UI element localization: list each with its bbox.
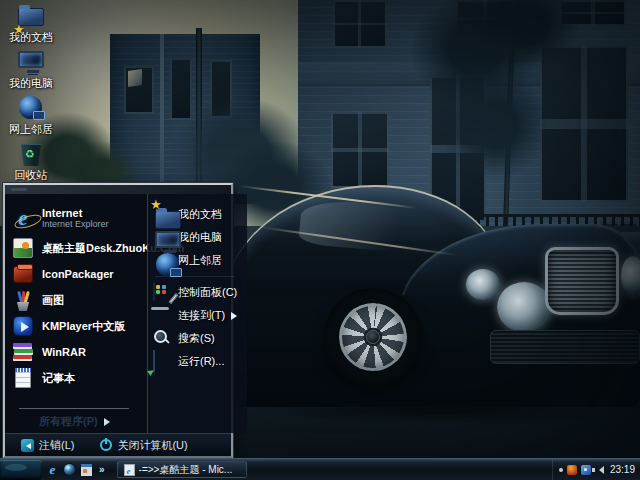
submenu-arrow-icon: [104, 418, 114, 426]
menu-item-title: 记事本: [42, 371, 75, 386]
desktop-icon-network-places[interactable]: 网上邻居: [2, 94, 60, 135]
desktop-icon-my-documents[interactable]: ★ 我的文档: [2, 2, 60, 43]
menu-item-iconpackager[interactable]: IconPackager: [11, 261, 147, 287]
menu-item-label: 控制面板(C): [178, 285, 237, 300]
menu-item-title: WinRAR: [42, 346, 86, 358]
menu-item-label: 搜索(S): [178, 331, 215, 346]
start-button[interactable]: [0, 460, 42, 480]
menu-item-label: 我的文档: [178, 207, 222, 222]
search-icon: [153, 329, 172, 348]
kmplayer-icon: [11, 314, 35, 338]
window-button-label: -=>>桌酷主题 - Mic...: [139, 463, 233, 477]
all-programs-label: 所有程序(P): [39, 414, 98, 429]
desktop-icon-label: 我的文档: [2, 31, 60, 43]
my-computer-icon: [153, 228, 172, 247]
menu-item-label: 我的电脑: [178, 230, 222, 245]
power-icon: [100, 439, 112, 451]
tray-blue-app-icon[interactable]: [581, 465, 591, 475]
internet-explorer-icon: e: [11, 206, 35, 230]
desktop-icon-my-computer[interactable]: 我的电脑: [2, 48, 60, 89]
turn-off-computer-button[interactable]: 关闭计算机(U): [100, 438, 187, 453]
separator: [19, 408, 129, 409]
quick-launch-bar: e »: [45, 462, 107, 478]
menu-item-title: Internet: [42, 207, 109, 219]
menu-item-control-panel[interactable]: 控制面板(C): [153, 281, 245, 304]
zhuoku-theme-icon: [11, 236, 35, 260]
start-menu-right-column: ★ 我的文档 我的电脑 网上邻居 控制面板(C): [147, 194, 247, 433]
menu-item-network-places[interactable]: 网上邻居: [153, 249, 245, 272]
submenu-arrow-icon: [231, 312, 241, 320]
start-menu-footer: 注销(L) 关闭计算机(U): [5, 433, 231, 456]
quick-launch-internet-explorer[interactable]: e: [45, 462, 60, 478]
desktop-icon-label: 我的电脑: [2, 77, 60, 89]
desktop-icon-recycle-bin[interactable]: 回收站: [2, 140, 60, 181]
quick-launch-show-desktop[interactable]: [79, 462, 94, 478]
clock[interactable]: 23:19: [610, 464, 635, 475]
log-off-button[interactable]: 注销(L): [21, 438, 74, 453]
start-menu: e Internet Internet Explorer 桌酷主题Desk.Zh…: [3, 183, 233, 458]
my-documents-icon: ★: [153, 205, 172, 224]
start-menu-caption: [5, 185, 231, 194]
volume-icon[interactable]: [595, 466, 604, 474]
ie-document-icon: [124, 464, 135, 476]
all-programs-button[interactable]: 所有程序(P): [11, 413, 147, 430]
taskbar: e » -=>>桌酷主题 - Mic... 23:19: [0, 458, 640, 480]
menu-item-internet[interactable]: e Internet Internet Explorer: [11, 201, 147, 235]
taskbar-window-button[interactable]: -=>>桌酷主题 - Mic...: [117, 461, 247, 478]
hidden-icons-dot[interactable]: [559, 468, 563, 472]
log-off-label: 注销(L): [39, 438, 74, 453]
my-documents-icon: ★: [16, 2, 46, 30]
menu-item-run[interactable]: 运行(R)...: [153, 350, 245, 373]
iconpackager-icon: [11, 262, 35, 286]
my-computer-icon: [16, 48, 46, 76]
connect-to-icon: [153, 306, 172, 325]
menu-item-my-computer[interactable]: 我的电脑: [153, 226, 245, 249]
control-panel-icon: [153, 283, 172, 302]
menu-item-label: 网上邻居: [178, 253, 222, 268]
internet-explorer-icon: e: [50, 463, 56, 476]
menu-item-notepad[interactable]: 记事本: [11, 365, 147, 391]
separator: [153, 272, 245, 281]
log-off-icon: [21, 439, 34, 452]
run-icon: [153, 352, 172, 371]
start-menu-left-column: e Internet Internet Explorer 桌酷主题Desk.Zh…: [5, 194, 147, 433]
menu-item-my-documents[interactable]: ★ 我的文档: [153, 203, 245, 226]
desktop-icon-label: 网上邻居: [2, 123, 60, 135]
recycle-bin-icon: [16, 140, 46, 168]
menu-item-subtitle: Internet Explorer: [42, 219, 109, 229]
menu-item-label: 连接到(T): [178, 308, 225, 323]
menu-item-title: KMPlayer中文版: [42, 319, 125, 334]
menu-item-winrar[interactable]: WinRAR: [11, 339, 147, 365]
menu-item-kmplayer[interactable]: KMPlayer中文版: [11, 313, 147, 339]
menu-item-paint[interactable]: 画图: [11, 287, 147, 313]
menu-item-zhuoku-theme[interactable]: 桌酷主题Desk.ZhuoKu.Com: [11, 235, 147, 261]
menu-item-title: IconPackager: [42, 268, 114, 280]
paint-icon: [11, 288, 35, 312]
winrar-icon: [11, 340, 35, 364]
turn-off-label: 关闭计算机(U): [117, 438, 187, 453]
quick-launch-media-player[interactable]: [62, 462, 77, 478]
network-places-icon: [16, 94, 46, 122]
menu-item-title: 画图: [42, 293, 64, 308]
menu-item-search[interactable]: 搜索(S): [153, 327, 245, 350]
tray-orange-app-icon[interactable]: [567, 465, 577, 475]
spacer: [11, 391, 147, 405]
desktop-icon-label: 回收站: [2, 169, 60, 181]
system-tray: 23:19: [552, 459, 640, 480]
desktop: ★ 我的文档 我的电脑 网上邻居 回收站 e Internet: [0, 0, 640, 480]
network-places-icon: [153, 251, 172, 270]
menu-item-connect-to[interactable]: 连接到(T): [153, 304, 245, 327]
menu-item-label: 运行(R)...: [178, 354, 224, 369]
show-desktop-icon: [81, 464, 92, 476]
media-player-icon: [63, 463, 76, 476]
quick-launch-overflow-chevron[interactable]: »: [96, 464, 107, 475]
start-menu-body: e Internet Internet Explorer 桌酷主题Desk.Zh…: [5, 194, 231, 433]
notepad-icon: [11, 366, 35, 390]
